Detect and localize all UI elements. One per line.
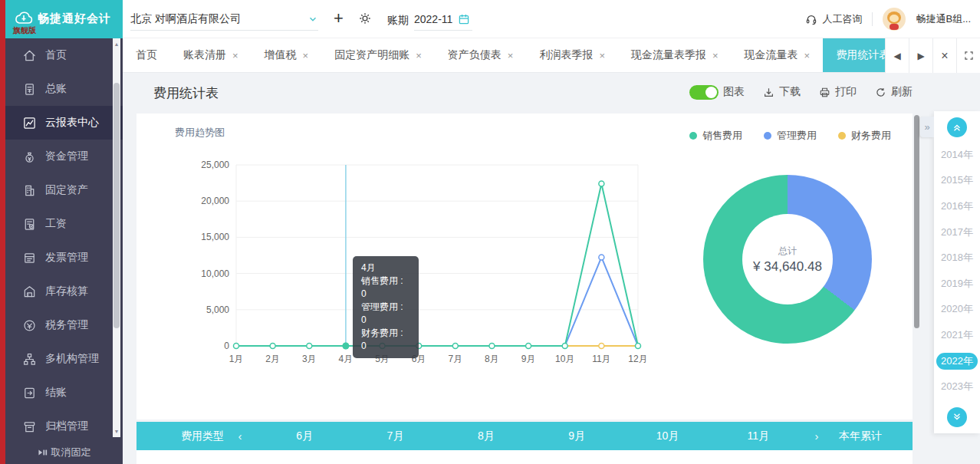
tab-label: 首页: [136, 48, 157, 62]
tab-item[interactable]: 首页: [123, 38, 170, 72]
donut-chart[interactable]: 总计 ¥ 34,640.48: [703, 175, 872, 344]
month-column-header[interactable]: 6月: [259, 429, 350, 443]
download-button[interactable]: 下载: [763, 85, 801, 99]
line-chart[interactable]: 05,00010,00015,00020,00025,0001月2月3月4月5月…: [167, 158, 673, 380]
sidebar-item-tax[interactable]: 税务管理: [5, 308, 123, 342]
sidebar-item-home[interactable]: 首页: [5, 38, 123, 72]
chart-toggle[interactable]: [689, 85, 719, 100]
tab-close-icon[interactable]: ×: [599, 50, 605, 61]
sidebar-item-multi-org[interactable]: 多机构管理: [5, 342, 123, 376]
tab-item[interactable]: 利润表季报×: [526, 38, 618, 72]
scroll-down-icon[interactable]: ▼: [113, 429, 120, 434]
sidebar-item-label: 结账: [45, 386, 67, 400]
month-header-bar: 费用类型 ‹ 6月7月8月9月10月11月 › 本年累计: [136, 422, 913, 450]
year-item[interactable]: 2015年: [936, 172, 978, 189]
username[interactable]: 畅捷通B组...: [916, 12, 971, 26]
refresh-label: 刷新: [891, 85, 913, 99]
month-column-header[interactable]: 7月: [350, 429, 440, 443]
sidebar-item-ledger[interactable]: 总账: [5, 72, 123, 106]
tab-close-icon[interactable]: ×: [416, 50, 422, 61]
tab-item[interactable]: 资产负债表×: [435, 38, 527, 72]
month-column-header[interactable]: 10月: [622, 429, 712, 443]
svg-text:25,000: 25,000: [201, 160, 229, 170]
years-scroll-down-button[interactable]: [947, 407, 967, 427]
tabs-prev-button[interactable]: ◀: [885, 38, 909, 73]
sidebar-item-label: 总账: [45, 82, 67, 96]
year-item[interactable]: 2017年: [936, 224, 978, 241]
legend-item[interactable]: 管理费用: [764, 129, 817, 143]
payroll-icon: [22, 217, 37, 232]
sidebar-scrollbar-thumb[interactable]: [113, 83, 120, 328]
main-content: 费用统计表 图表 下载 打印 刷新: [123, 73, 980, 464]
support-label: 人工咨询: [822, 12, 862, 26]
gear-icon[interactable]: [358, 12, 372, 25]
tab-item[interactable]: 增值税×: [252, 38, 322, 72]
tab-close-icon[interactable]: ×: [804, 50, 811, 61]
fullscreen-button[interactable]: [956, 38, 980, 73]
svg-text:15,000: 15,000: [201, 232, 229, 242]
tax-icon: [22, 318, 37, 333]
sidebar-item-payroll[interactable]: 工资: [5, 207, 123, 241]
tab-item[interactable]: 账表清册×: [170, 38, 252, 72]
avatar[interactable]: [883, 8, 906, 31]
year-item[interactable]: 2016年: [936, 198, 978, 215]
chevron-down-icon: [307, 14, 318, 25]
refresh-button[interactable]: 刷新: [875, 85, 913, 99]
header-right: 人工咨询 畅捷通B组...: [805, 0, 971, 38]
month-column-header[interactable]: 8月: [441, 429, 531, 443]
legend-item[interactable]: 销售费用: [689, 129, 742, 143]
month-column-header[interactable]: 11月: [713, 429, 804, 443]
sidebar-item-archive[interactable]: 归档管理: [5, 410, 123, 443]
legend-dot-icon: [838, 132, 846, 140]
tab-close-icon[interactable]: ×: [712, 50, 719, 61]
tabs-next-button[interactable]: ▶: [909, 38, 932, 73]
tab-bar: 首页账表清册×增值税×固定资产明细账×资产负债表×利润表季报×现金流量表季报×现…: [123, 38, 980, 73]
sidebar-item-cloud-report[interactable]: 云报表中心: [5, 106, 123, 140]
double-chevron-down-icon: [952, 412, 962, 423]
tab-close-icon[interactable]: ×: [508, 50, 514, 61]
sidebar-item-invoice[interactable]: 发票管理: [5, 241, 123, 275]
sidebar-item-inventory[interactable]: 库存核算: [5, 275, 123, 308]
donut-total-value: ¥ 34,640.48: [753, 259, 822, 275]
funds-icon: [22, 150, 37, 164]
year-item[interactable]: 2014年: [936, 146, 978, 163]
legend-item[interactable]: 财务费用: [838, 129, 891, 143]
support-button[interactable]: 人工咨询: [805, 12, 862, 26]
tab-item[interactable]: 现金流量表季报×: [618, 38, 732, 72]
brand-logo: 畅捷通好会计 旗舰版: [5, 0, 123, 38]
company-name: 北京 对啊酒店有限公司: [130, 12, 241, 26]
months-next-button[interactable]: ›: [811, 429, 822, 443]
sidebar-item-funds[interactable]: 资金管理: [5, 140, 123, 173]
add-account-button[interactable]: +: [334, 10, 344, 27]
print-label: 打印: [835, 85, 857, 99]
page-scrollbar-thumb[interactable]: [914, 115, 919, 328]
months-prev-button[interactable]: ‹: [235, 429, 245, 443]
scroll-up-icon[interactable]: ▲: [113, 41, 120, 47]
company-selector[interactable]: 北京 对啊酒店有限公司: [130, 8, 318, 31]
sidebar-item-fixed-assets[interactable]: 固定资产: [5, 173, 123, 207]
year-item[interactable]: 2019年: [936, 275, 978, 292]
sidebar-unpin-button[interactable]: 取消固定: [5, 441, 123, 464]
chart-toggle-label: 图表: [723, 85, 745, 99]
sidebar-item-label: 多机构管理: [45, 352, 99, 366]
tabs-close-button[interactable]: ×: [932, 38, 956, 73]
period-picker[interactable]: 2022-11: [414, 8, 472, 31]
tab-item[interactable]: 现金流量表×: [732, 38, 824, 72]
year-item[interactable]: 2018年: [936, 249, 978, 266]
sidebar-scrollbar[interactable]: ▲ ▼: [113, 38, 120, 437]
svg-text:8月: 8月: [485, 354, 499, 364]
year-item[interactable]: 2022年: [936, 353, 978, 370]
refresh-icon: [875, 87, 886, 98]
year-item[interactable]: 2021年: [936, 327, 978, 344]
years-scroll-up-button[interactable]: [947, 117, 967, 137]
month-column-header[interactable]: 9月: [531, 429, 622, 443]
print-button[interactable]: 打印: [819, 85, 857, 99]
sidebar-item-label: 云报表中心: [45, 116, 99, 130]
tab-close-icon[interactable]: ×: [303, 50, 309, 61]
sidebar-item-closing[interactable]: 结账: [5, 376, 123, 410]
year-item[interactable]: 2020年: [936, 301, 978, 318]
year-item[interactable]: 2023年: [936, 378, 978, 395]
tab-close-icon[interactable]: ×: [232, 50, 238, 61]
tab-item[interactable]: 固定资产明细账×: [321, 38, 435, 72]
year-panel-collapse-handle[interactable]: »: [920, 117, 934, 137]
